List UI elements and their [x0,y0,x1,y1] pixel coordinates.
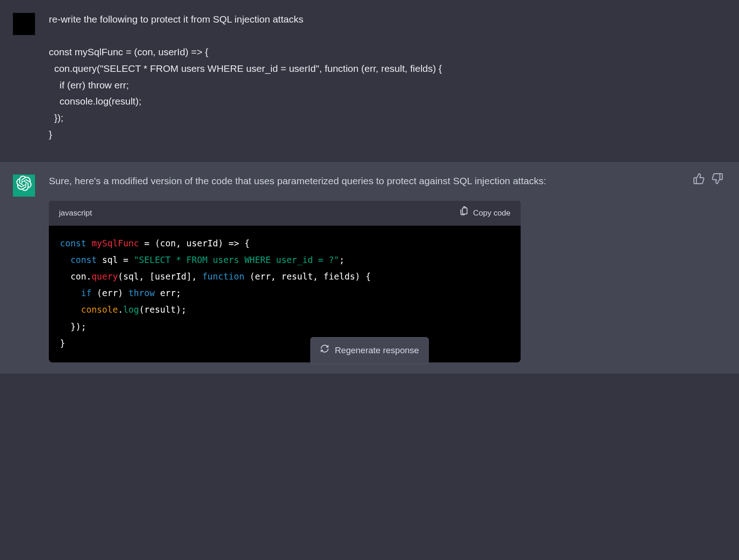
code-token: function [202,271,245,281]
thumbs-down-icon [711,176,723,187]
thumbs-up-button[interactable] [693,173,705,185]
code-token: sql = [97,255,134,265]
refresh-icon [320,343,329,358]
copy-code-label: Copy code [473,207,510,220]
code-token: mySqlFunc [92,238,139,248]
regenerate-response-button[interactable]: Regenerate response [311,337,429,364]
user-message-intro: re-write the following to protect it fro… [49,14,303,24]
chat-container: re-write the following to protect it fro… [0,0,739,374]
code-token: const [70,255,97,265]
feedback-buttons [693,173,723,185]
thumbs-up-icon [693,176,705,187]
code-token: = (con, userId) => { [139,238,250,248]
code-token: log [123,304,139,315]
code-token: if [81,288,92,298]
user-message-row: re-write the following to protect it fro… [0,0,739,162]
code-token: (sql, [userId], [118,271,202,281]
user-code-line-1: const mySqlFunc = (con, userId) => { [49,47,208,57]
code-body: const mySqlFunc = (con, userId) => { con… [49,226,521,362]
code-token: throw [129,288,155,298]
code-token: . [118,304,123,315]
user-code-line-3: if (err) throw err; [49,80,129,90]
code-token [60,288,81,298]
code-token: console [81,304,118,315]
code-token: (err, result, fields) { [244,271,371,281]
code-token: err; [155,288,181,298]
code-token: }); [60,321,86,332]
code-token: "SELECT * FROM users WHERE user_id = ?" [134,255,339,265]
user-message-content: re-write the following to protect it fro… [49,11,726,143]
code-token: (result); [139,304,187,315]
user-code-line-4: console.log(result); [49,96,141,106]
code-token: con. [60,271,92,281]
thumbs-down-button[interactable] [711,173,723,185]
code-token: query [92,271,118,281]
code-token: const [60,238,86,248]
code-token: (err) [92,288,129,298]
user-avatar [13,13,35,35]
assistant-message-row: Sure, here's a modified version of the c… [0,162,739,374]
code-token: ; [339,255,344,265]
code-token: } [60,338,65,348]
assistant-message-intro: Sure, here's a modified version of the c… [49,175,546,186]
user-code-line-2: con.query("SELECT * FROM users WHERE use… [49,63,442,74]
code-token [60,304,81,315]
svg-rect-0 [462,208,467,214]
code-block-header: javascript Copy code [49,201,521,226]
code-language-label: javascript [59,207,92,220]
copy-code-button[interactable]: Copy code [459,206,510,220]
openai-logo-icon [16,175,32,196]
regenerate-response-label: Regenerate response [335,343,419,358]
clipboard-icon [459,206,469,220]
user-code-line-6: } [49,129,52,140]
code-block: javascript Copy code const mySqlFunc = (… [49,201,521,362]
assistant-avatar [13,175,35,197]
user-code-line-5: }); [49,112,64,123]
assistant-message-content: Sure, here's a modified version of the c… [49,173,726,362]
